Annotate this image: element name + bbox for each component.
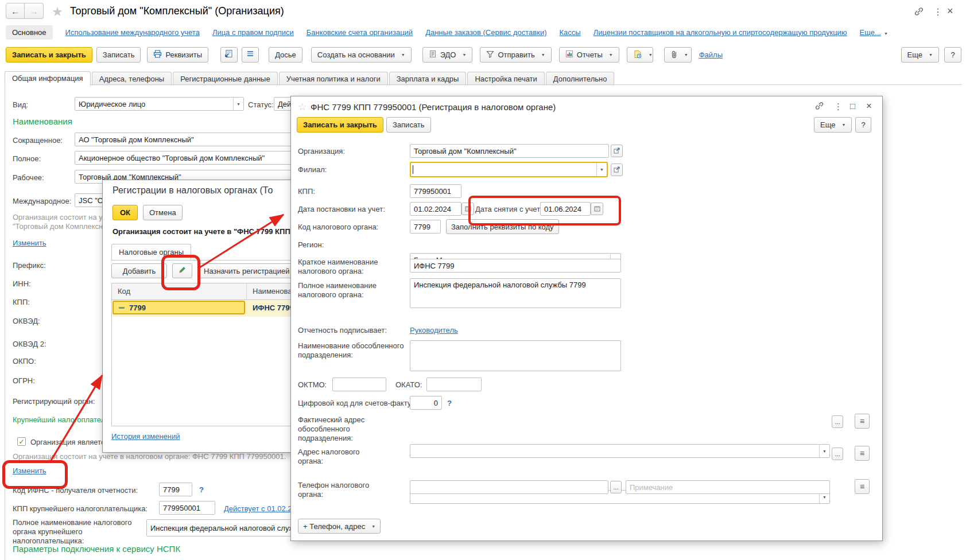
ifns-help-icon[interactable]: ?: [199, 485, 204, 494]
requisites-button[interactable]: Реквизиты: [147, 47, 208, 63]
toolbar-help-button[interactable]: ?: [944, 47, 961, 63]
oktmo-field[interactable]: [332, 378, 386, 391]
tab-print-settings[interactable]: Настройка печати: [467, 72, 544, 85]
nav-link-international-accounting[interactable]: Использование международного учета: [65, 28, 200, 37]
tab-general-info[interactable]: Общая информация: [5, 71, 91, 85]
ok-button[interactable]: ОК: [112, 205, 138, 220]
get-link-icon[interactable]: [914, 6, 924, 18]
more-menu-dots-icon[interactable]: ⋮: [834, 102, 843, 112]
nav-link-cash-registers[interactable]: Кассы: [560, 28, 581, 37]
report-signer-label: Отчетность подписывает:: [298, 326, 387, 335]
tab-addresses[interactable]: Адреса, телефоны: [92, 72, 172, 85]
more-menu-dots-icon[interactable]: ⋮: [933, 6, 942, 17]
dereg-date-field[interactable]: 01.06.2024: [540, 202, 591, 216]
open-organization-button[interactable]: [611, 145, 623, 157]
tab-additional[interactable]: Дополнительно: [546, 72, 615, 85]
dialog-save-button[interactable]: Записать: [386, 117, 431, 133]
reg-date-calendar-button[interactable]: [461, 203, 474, 215]
close-dialog-icon[interactable]: ×: [866, 100, 872, 112]
burger-menu-icon: ≡: [860, 482, 864, 491]
reg-date-field[interactable]: 01.02.2024: [410, 202, 461, 216]
tax-authorities-tab[interactable]: Налоговые органы: [111, 244, 191, 260]
maximize-icon[interactable]: □: [850, 101, 855, 111]
change-tax-registration-link[interactable]: Изменить: [13, 466, 46, 475]
nav-link-alcohol-licenses[interactable]: Лицензии поставщиков на алкогольную и сп…: [593, 28, 847, 37]
add-button[interactable]: Добавить: [111, 263, 167, 278]
dialog-help-button[interactable]: ?: [855, 117, 871, 133]
actual-address-combo[interactable]: ▼: [410, 444, 830, 458]
files-link[interactable]: Файлы: [699, 50, 723, 59]
largest-taxpayer-section[interactable]: Крупнейший налогоплател: [13, 415, 105, 424]
create-based-on-button[interactable]: Создать на основании▼: [311, 47, 412, 63]
kpp-largest-field[interactable]: 779950001: [159, 501, 215, 515]
tab-salary-hr[interactable]: Зарплата и кадры: [389, 72, 467, 85]
code-column-header[interactable]: Код: [118, 287, 130, 295]
dialog-more-button[interactable]: Еще▼: [814, 117, 852, 133]
send-button[interactable]: Отправить▼: [480, 47, 551, 63]
dossier-button[interactable]: Досье: [269, 47, 302, 63]
edo-button[interactable]: ЭДО▼: [422, 47, 473, 63]
invoice-code-label: Цифровой код для счетов-фактур:: [298, 399, 417, 407]
okato-field[interactable]: [426, 378, 482, 391]
tab-registration-data[interactable]: Регистрационные данные: [173, 72, 277, 85]
org-is-checkbox[interactable]: ✓: [17, 437, 26, 446]
nav-link-signing-persons[interactable]: Лица с правом подписи: [212, 28, 294, 37]
branch-combo[interactable]: ▼: [410, 162, 608, 177]
scan-document-button[interactable]: [220, 47, 238, 63]
dialog-save-close-button[interactable]: Записать и закрыть: [297, 117, 383, 133]
tax-code-field[interactable]: 7799: [410, 220, 441, 234]
burger-menu-icon: ≡: [860, 449, 864, 458]
forward-button[interactable]: →: [25, 3, 44, 19]
dereg-date-calendar-button[interactable]: [591, 203, 603, 215]
organization-field[interactable]: Торговый дом "Комплексный": [410, 144, 609, 158]
edit-pencil-button[interactable]: [172, 263, 192, 278]
list-view-button[interactable]: [242, 47, 259, 63]
save-button[interactable]: Записать: [96, 47, 141, 63]
tab-accounting-policy[interactable]: Учетная политика и налоги: [279, 72, 388, 85]
toolbar-more-button[interactable]: Еще▼: [901, 47, 939, 63]
open-branch-button[interactable]: [611, 164, 623, 176]
kpp-field[interactable]: 779950001: [410, 184, 461, 198]
document-history-button[interactable]: ▼: [627, 47, 653, 63]
note-field[interactable]: [626, 480, 830, 494]
change-history-link[interactable]: История изменений: [111, 432, 180, 441]
tax-address-menu-button[interactable]: ≡: [855, 446, 870, 461]
kpp-largest-label: КПП крупнейшего налогоплательщика:: [13, 504, 148, 513]
nav-link-order-data[interactable]: Данные заказов (Сервис доставки): [425, 28, 546, 37]
nav-more-menu[interactable]: Еще...▼: [860, 28, 888, 37]
invoice-code-field[interactable]: 0: [410, 396, 442, 410]
chevron-down-icon: ▼: [596, 163, 607, 176]
actual-address-ellipsis-button[interactable]: ...: [832, 415, 843, 428]
division-name-field[interactable]: [410, 340, 621, 371]
close-window-icon[interactable]: ×: [947, 5, 953, 17]
nav-item-main[interactable]: Основное: [6, 25, 53, 40]
short-tax-name-field[interactable]: ИФНС 7799: [410, 259, 621, 273]
nav-link-bank-accounts[interactable]: Банковские счета организаций: [307, 28, 413, 37]
actual-address-menu-button[interactable]: ≡: [855, 414, 870, 429]
tax-phone-field[interactable]: [410, 480, 608, 494]
report-signer-link[interactable]: Руководитель: [410, 326, 458, 335]
back-button[interactable]: ←: [6, 3, 25, 19]
add-phone-address-button[interactable]: + Телефон, адрес▼: [298, 519, 381, 534]
favorite-star-icon[interactable]: ☆: [298, 101, 307, 113]
titlebar: ←→ ★ Торговый дом "Комплексный" (Организ…: [0, 0, 966, 23]
ifns-code-field[interactable]: 7799: [159, 483, 192, 496]
tax-phone-ellipsis-button[interactable]: ...: [610, 481, 622, 493]
organization-label: Организация:: [298, 147, 345, 155]
kind-combo[interactable]: Юридическое лицо▼: [75, 97, 244, 111]
fill-by-code-button[interactable]: Заполнить реквизиты по коду: [446, 219, 559, 234]
attachments-button[interactable]: ▼: [664, 47, 692, 63]
change-registration-link[interactable]: Изменить: [13, 239, 46, 247]
tax-phone-menu-button[interactable]: ≡: [855, 479, 870, 494]
selected-code-cell[interactable]: 7799: [112, 301, 245, 314]
reports-button[interactable]: Отчеты▼: [559, 47, 619, 63]
full-tax-name-field[interactable]: Инспекция федеральной налоговой службы 7…: [410, 278, 621, 308]
selected-name-cell[interactable]: ИФНС 7799: [253, 304, 294, 312]
get-link-icon[interactable]: [814, 101, 824, 112]
favorite-star-icon[interactable]: ★: [52, 5, 63, 20]
cancel-button[interactable]: Отмена: [143, 205, 183, 220]
tax-address-ellipsis-button[interactable]: ...: [832, 448, 843, 460]
list-icon: [246, 50, 254, 60]
save-and-close-button[interactable]: Записать и закрыть: [6, 47, 92, 63]
invoice-code-help-icon[interactable]: ?: [447, 399, 452, 407]
